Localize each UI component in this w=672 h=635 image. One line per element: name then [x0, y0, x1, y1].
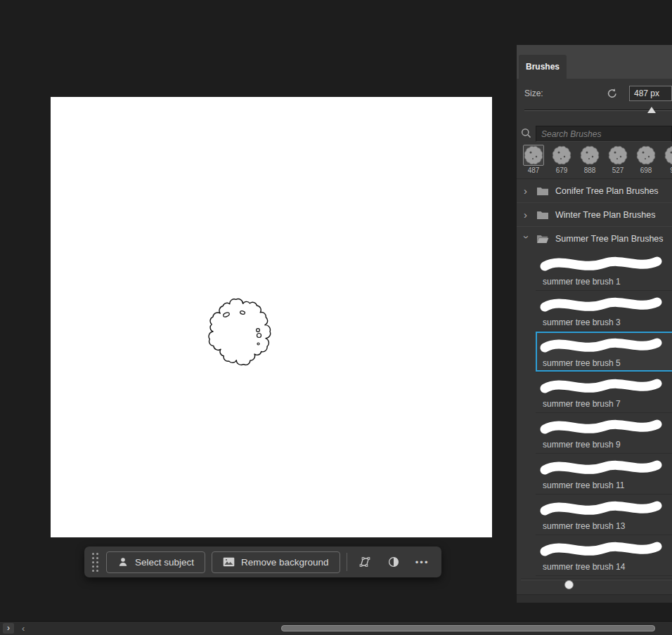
ellipsis-icon: •••: [415, 557, 429, 568]
brush-size-row: Size:: [517, 85, 672, 102]
scroll-left-icon[interactable]: ‹: [22, 623, 25, 634]
brush-preset-size: 527: [612, 166, 624, 174]
brush-preset[interactable]: 487: [519, 145, 548, 177]
tree-sketch: [51, 97, 492, 537]
reset-arrow-icon: [607, 88, 618, 99]
brush-item[interactable]: summer tree brush 7: [536, 372, 672, 413]
recent-brushes-row: 487 679 888 527 698 99: [519, 145, 672, 177]
brush-preset[interactable]: 99: [660, 145, 672, 177]
brush-stroke-preview: [538, 253, 664, 274]
brush-stroke-preview: [538, 375, 664, 396]
size-input[interactable]: [629, 86, 672, 101]
brush-preset[interactable]: 698: [632, 145, 660, 177]
brush-thumbnail-icon: [552, 145, 571, 165]
brush-item[interactable]: summer tree brush 14: [536, 535, 672, 576]
brush-stroke-preview: [538, 294, 664, 315]
size-label: Size:: [524, 89, 543, 98]
canvas[interactable]: [51, 97, 492, 537]
brush-thumbnail-icon: [608, 145, 628, 165]
panel-footer: [517, 594, 672, 603]
panel-divider: [521, 579, 672, 580]
brush-thumbnail-icon: [580, 145, 600, 165]
search-input[interactable]: [536, 126, 672, 142]
chevron-right-icon[interactable]: ›: [524, 185, 530, 196]
brush-preset[interactable]: 527: [604, 145, 632, 177]
tab-brushes-label: Brushes: [526, 62, 560, 72]
brush-stroke-preview: [538, 538, 664, 559]
brush-stroke-preview: [538, 334, 664, 355]
brush-item[interactable]: summer tree brush 11: [536, 454, 672, 495]
brush-item[interactable]: summer tree brush 3: [536, 291, 672, 332]
brush-name: summer tree brush 7: [543, 399, 621, 409]
remove-background-label: Remove background: [241, 557, 329, 568]
preview-size-slider-thumb[interactable]: [564, 580, 574, 589]
brush-item[interactable]: summer tree brush 1: [536, 250, 672, 291]
brush-search-row: [517, 125, 672, 142]
brush-name: summer tree brush 11: [543, 480, 625, 490]
brush-preset-size: 888: [584, 166, 596, 174]
image-icon: [223, 557, 235, 567]
folder-label: Conifer Tree Plan Brushes: [555, 186, 659, 196]
brush-list: summer tree brush 1 summer tree brush 3 …: [536, 250, 672, 576]
size-slider-thumb[interactable]: [647, 107, 656, 113]
transform-icon: [358, 556, 371, 568]
folder-row-conifer[interactable]: › Conifer Tree Plan Brushes: [517, 178, 672, 202]
folder-icon: [536, 210, 549, 220]
brush-preset-size: 487: [528, 166, 540, 174]
folder-label: Summer Tree Plan Brushes: [555, 234, 664, 244]
size-slider[interactable]: [517, 105, 672, 118]
contextual-task-bar: Select subject Remove background: [84, 546, 441, 577]
brush-name: summer tree brush 9: [543, 440, 621, 450]
transform-button[interactable]: [354, 551, 376, 573]
chevron-right-icon[interactable]: ›: [524, 209, 530, 220]
brush-preset[interactable]: 679: [548, 145, 576, 177]
contrast-icon: [388, 556, 399, 568]
expand-panel-icon[interactable]: ›: [3, 623, 14, 634]
brush-preset[interactable]: 888: [576, 145, 604, 177]
brush-preset-size: 698: [640, 166, 652, 174]
tab-brushes[interactable]: Brushes: [519, 55, 567, 79]
brush-item[interactable]: summer tree brush 13: [536, 495, 672, 535]
brush-thumbnail-icon: [524, 145, 543, 165]
bottom-scrollbar-area: › ‹: [0, 621, 672, 635]
select-subject-label: Select subject: [135, 557, 194, 568]
brush-folders: › Conifer Tree Plan Brushes › Winter Tre…: [517, 178, 672, 250]
app-root: Select subject Remove background: [0, 0, 672, 635]
chevron-down-icon[interactable]: ›: [522, 235, 532, 242]
select-subject-button[interactable]: Select subject: [106, 551, 205, 573]
folder-row-winter[interactable]: › Winter Tree Plan Brushes: [517, 202, 672, 226]
brush-name: summer tree brush 14: [543, 562, 625, 572]
reset-size-button[interactable]: [607, 86, 621, 100]
brush-stroke-preview: [538, 457, 664, 478]
brush-item[interactable]: summer tree brush 9: [536, 413, 672, 454]
remove-background-button[interactable]: Remove background: [212, 551, 340, 573]
brushes-panel: Brushes Size:: [517, 45, 672, 603]
more-options-button[interactable]: •••: [411, 551, 434, 573]
folder-row-summer[interactable]: › Summer Tree Plan Brushes: [517, 226, 672, 250]
brush-name: summer tree brush 5: [543, 358, 621, 368]
horizontal-scrollbar-thumb[interactable]: [281, 625, 655, 631]
brush-preset-size: 679: [556, 166, 568, 174]
search-icon: [521, 128, 531, 138]
brush-thumbnail-icon: [664, 145, 672, 165]
folder-icon: [536, 186, 549, 196]
brush-name: summer tree brush 3: [543, 318, 621, 327]
brush-thumbnail-icon: [636, 145, 656, 165]
brush-stroke-preview: [538, 497, 664, 518]
brush-item-selected[interactable]: summer tree brush 5: [536, 332, 672, 372]
panel-tab-bar: Brushes: [517, 45, 672, 79]
brush-name: summer tree brush 13: [543, 521, 625, 531]
drag-handle-icon[interactable]: [92, 553, 98, 572]
person-icon: [117, 556, 129, 568]
brush-name: summer tree brush 1: [543, 277, 621, 287]
brush-stroke-preview: [538, 416, 664, 437]
folder-open-icon: [536, 234, 549, 244]
taskbar-divider: [347, 553, 347, 571]
adjustments-button[interactable]: [382, 551, 405, 573]
folder-label: Winter Tree Plan Brushes: [555, 210, 655, 220]
